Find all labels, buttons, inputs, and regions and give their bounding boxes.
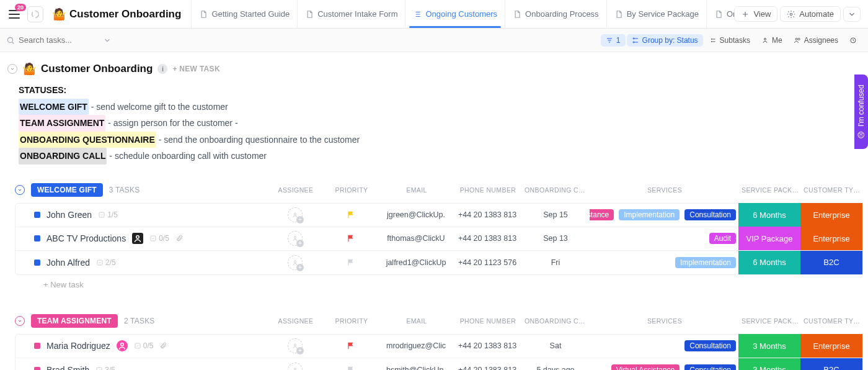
assignees-pill[interactable]: Assignees	[789, 34, 843, 47]
task-name[interactable]: Brad Smith	[46, 365, 89, 370]
phone-cell[interactable]: +44 20 1123 576	[453, 251, 521, 274]
onboarding-cell[interactable]: 5 days ago	[521, 358, 590, 370]
attachment-icon[interactable]	[159, 342, 167, 350]
tab-by-service-package[interactable]: By Service Package	[606, 0, 706, 28]
service-package-cell[interactable]: VIP Package	[738, 227, 800, 250]
service-package-cell[interactable]: 6 Months	[738, 203, 800, 227]
customer-type-cell[interactable]: B2C	[800, 358, 862, 370]
loading-icon[interactable]	[27, 6, 43, 22]
task-row[interactable]: John Green1/5+jgreen@ClickUp.+44 20 1383…	[16, 204, 862, 227]
phone-cell[interactable]: +44 20 1383 813	[453, 227, 521, 250]
phone-cell[interactable]: +44 20 1383 813	[453, 203, 521, 227]
subtask-progress[interactable]: 2/5	[96, 258, 116, 267]
services-cell[interactable]: Virtual AssistanceImplementationConsulta…	[590, 203, 738, 227]
assignee-cell[interactable]: +	[267, 251, 323, 274]
menu-toggle[interactable]: 20	[7, 7, 21, 21]
assignee-cell[interactable]: +	[267, 358, 323, 370]
customer-type-cell[interactable]: B2C	[800, 251, 862, 274]
tab-getting-started-guide[interactable]: Getting Started Guide	[191, 0, 297, 28]
services-cell[interactable]: Virtual AssistanceConsultation	[590, 358, 738, 370]
onboarding-cell[interactable]: Sep 13	[521, 227, 590, 250]
onboarding-cell[interactable]: Sat	[521, 334, 590, 358]
group-collapse-button[interactable]	[15, 316, 25, 326]
subtasks-pill[interactable]: Subtasks	[704, 34, 755, 47]
service-chip[interactable]: Audit	[709, 233, 736, 244]
priority-cell[interactable]	[323, 251, 379, 274]
service-package-cell[interactable]: 6 Months	[738, 251, 800, 274]
task-name[interactable]: Maria Rodriguez	[46, 341, 110, 351]
services-cell[interactable]: Consultation	[590, 334, 738, 358]
task-avatar[interactable]	[117, 340, 128, 351]
status-square[interactable]	[34, 259, 40, 266]
tab-customer-intake-form[interactable]: Customer Intake Form	[297, 0, 405, 28]
space-title[interactable]: 🤷 Customer Onboarding	[46, 7, 187, 21]
subtask-progress[interactable]: 3/5	[95, 366, 115, 370]
assignee-placeholder[interactable]: +	[288, 363, 303, 370]
assignee-placeholder[interactable]: +	[288, 255, 303, 270]
assignee-cell[interactable]: +	[267, 203, 323, 227]
task-row[interactable]: John Alfred2/5+jalfred1@ClickUp+44 20 11…	[16, 251, 862, 274]
priority-cell[interactable]	[323, 203, 379, 227]
new-task-button[interactable]: + NEW TASK	[172, 65, 219, 73]
task-row[interactable]: ABC TV Productions0/5+fthomas@ClickU+44 …	[16, 227, 862, 251]
attachment-icon[interactable]	[175, 235, 183, 242]
priority-cell[interactable]	[323, 334, 379, 358]
onboarding-cell[interactable]: Sep 15	[521, 203, 590, 227]
service-chip[interactable]: Implementation	[675, 257, 736, 268]
info-icon[interactable]: i	[157, 64, 167, 74]
customer-type-cell[interactable]: Enterprise	[800, 203, 862, 227]
status-square[interactable]	[34, 212, 40, 218]
email-cell[interactable]: jalfred1@ClickUp	[379, 251, 453, 274]
assignee-placeholder[interactable]: +	[288, 231, 303, 246]
status-square[interactable]	[34, 343, 40, 349]
phone-cell[interactable]: +44 20 1383 813	[453, 358, 521, 370]
onboarding-cell[interactable]: Fri	[521, 251, 590, 274]
me-pill[interactable]: Me	[756, 34, 787, 47]
assignee-cell[interactable]: +	[267, 227, 323, 250]
phone-cell[interactable]: +44 20 1383 813	[453, 334, 521, 358]
task-row[interactable]: Maria Rodriguez0/5+mrodriguez@Clic+44 20…	[16, 335, 862, 358]
services-cell[interactable]: Implementation	[590, 251, 738, 274]
new-task-row[interactable]: + New task	[15, 275, 863, 294]
tab-onboarding[interactable]: Onboarding	[706, 0, 734, 28]
service-package-cell[interactable]: 3 Months	[738, 334, 800, 358]
search-wrap[interactable]	[6, 35, 130, 45]
email-cell[interactable]: bsmith@ClickUp.	[379, 358, 453, 370]
task-row[interactable]: Brad Smith3/5+bsmith@ClickUp.+44 20 1383…	[16, 358, 862, 370]
subtask-progress[interactable]: 1/5	[98, 210, 118, 219]
email-cell[interactable]: fthomas@ClickU	[379, 227, 453, 250]
subtask-progress[interactable]: 0/5	[149, 234, 169, 243]
service-chip[interactable]: Consultation	[684, 209, 736, 220]
task-name[interactable]: John Green	[46, 210, 92, 220]
tab-ongoing-customers[interactable]: Ongoing Customers	[405, 0, 505, 28]
service-chip[interactable]: Virtual Assistance	[611, 364, 680, 370]
assignee-placeholder[interactable]: +	[288, 207, 303, 222]
search-input[interactable]	[19, 35, 99, 45]
status-square[interactable]	[34, 367, 40, 370]
service-package-cell[interactable]: 3 Months	[738, 358, 800, 370]
email-cell[interactable]: mrodriguez@Clic	[379, 334, 453, 358]
collapse-list-button[interactable]	[7, 64, 17, 74]
service-chip[interactable]: Consultation	[684, 364, 736, 370]
add-view-button[interactable]: View	[734, 6, 777, 22]
automate-more-button[interactable]	[843, 7, 861, 22]
group-label[interactable]: WELCOME GIFT	[31, 183, 103, 197]
task-avatar[interactable]	[132, 233, 143, 244]
list-title[interactable]: 🤷 Customer Onboarding	[22, 62, 153, 76]
priority-cell[interactable]	[323, 358, 379, 370]
service-chip[interactable]: Implementation	[619, 209, 680, 220]
group-collapse-button[interactable]	[15, 185, 25, 195]
tab-onboarding-process[interactable]: Onboarding Process	[505, 0, 606, 28]
customer-type-cell[interactable]: Enterprise	[800, 227, 862, 250]
assignee-cell[interactable]: +	[267, 334, 323, 358]
filter-pill[interactable]: 1	[601, 34, 626, 47]
task-name[interactable]: ABC TV Productions	[46, 233, 126, 243]
service-chip[interactable]: Virtual Assistance	[590, 209, 614, 220]
groupby-pill[interactable]: Group by: Status	[627, 34, 703, 47]
subtask-progress[interactable]: 0/5	[134, 341, 154, 350]
status-square[interactable]	[34, 235, 40, 241]
services-cell[interactable]: Audit	[590, 227, 738, 250]
more-toolbar-icon[interactable]	[844, 35, 862, 46]
im-confused-tab[interactable]: ☹I'm confused	[854, 74, 868, 149]
assignee-placeholder[interactable]: +	[288, 338, 303, 353]
